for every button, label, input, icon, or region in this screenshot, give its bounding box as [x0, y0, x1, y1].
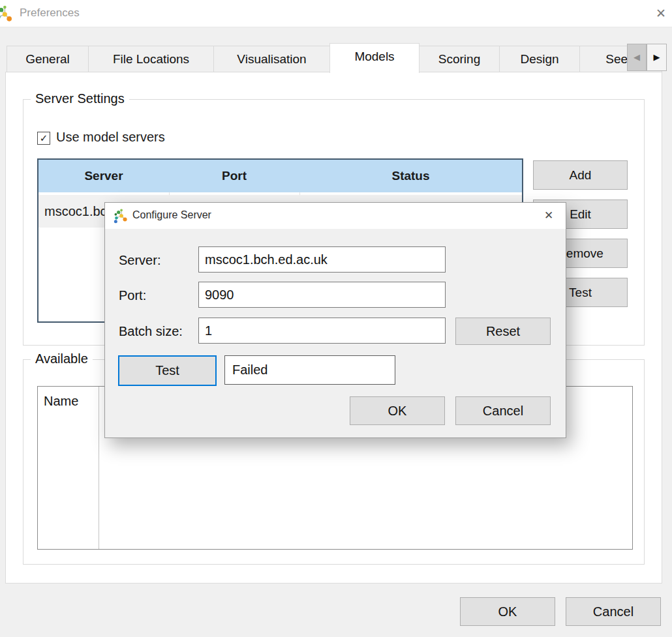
tab-design[interactable]: Design	[499, 46, 580, 72]
close-icon: ✕	[544, 209, 553, 222]
server-settings-group-label: Server Settings	[31, 91, 129, 106]
column-header-server[interactable]: Server	[38, 160, 169, 192]
cancel-button[interactable]: Cancel	[566, 597, 661, 626]
window-title: Preferences	[20, 7, 80, 20]
dialog-close-button[interactable]: ✕	[537, 205, 560, 226]
chevron-right-icon: ▶	[654, 52, 660, 62]
reset-button[interactable]: Reset	[455, 318, 551, 345]
batch-size-field-label: Batch size:	[119, 324, 183, 339]
column-header-port[interactable]: Port	[169, 160, 299, 192]
tab-scroll-left-button[interactable]: ◀	[627, 44, 647, 71]
test-connection-button[interactable]: Test	[118, 355, 217, 386]
app-molecule-icon	[113, 208, 129, 224]
tab-scoring[interactable]: Scoring	[419, 46, 500, 72]
dialog-title: Configure Server	[132, 209, 211, 221]
port-field-label: Port:	[119, 288, 146, 303]
dialog-cancel-button[interactable]: Cancel	[455, 396, 551, 425]
window-close-button[interactable]: ✕	[651, 3, 671, 24]
server-table-header: Server Port Status	[38, 160, 522, 192]
list-column-header-name[interactable]: Name	[44, 394, 78, 409]
available-models-group-label: Available	[31, 351, 93, 366]
dialog-ok-button[interactable]: OK	[350, 396, 445, 425]
app-molecule-icon	[0, 5, 14, 24]
add-button[interactable]: Add	[533, 160, 628, 190]
batch-size-input[interactable]	[198, 318, 446, 344]
use-model-servers-checkbox[interactable]: ✓	[37, 132, 50, 145]
list-column-divider	[99, 387, 99, 549]
dialog-titlebar: Configure Server ✕	[105, 203, 566, 229]
ok-button[interactable]: OK	[460, 597, 555, 626]
test-result-box: Failed	[224, 355, 395, 385]
server-field-label: Server:	[119, 253, 160, 268]
tab-models[interactable]: Models	[329, 43, 420, 73]
configure-server-dialog: Configure Server ✕ Server: Port: Batch s…	[104, 202, 566, 438]
tab-file-locations[interactable]: File Locations	[88, 46, 214, 72]
window-titlebar: Preferences	[0, 0, 672, 27]
tab-general[interactable]: General	[7, 46, 89, 72]
tab-visualisation[interactable]: Visualisation	[213, 46, 330, 72]
server-input[interactable]	[198, 246, 446, 273]
use-model-servers-label: Use model servers	[56, 130, 165, 145]
column-header-status[interactable]: Status	[299, 160, 522, 192]
close-icon: ✕	[656, 7, 666, 20]
check-icon: ✓	[40, 132, 48, 143]
chevron-left-icon: ◀	[634, 52, 640, 62]
tab-scroll-right-button[interactable]: ▶	[647, 44, 667, 71]
port-input[interactable]	[198, 282, 446, 308]
